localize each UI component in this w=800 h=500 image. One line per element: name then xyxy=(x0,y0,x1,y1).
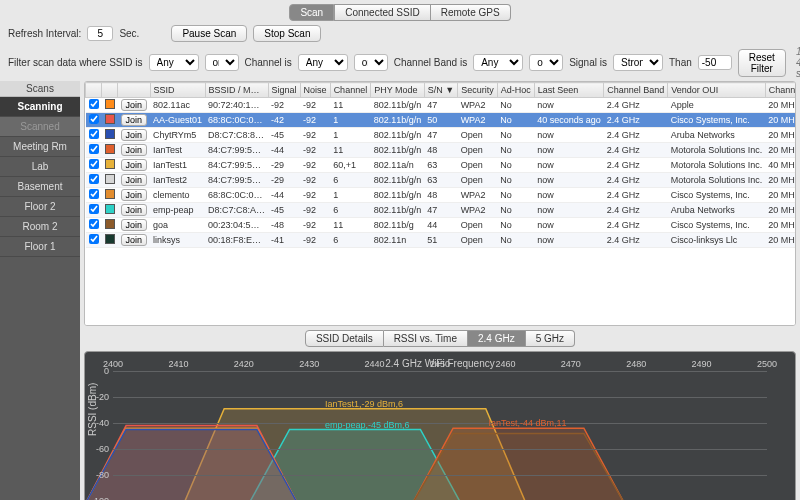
join-button[interactable]: Join xyxy=(121,174,148,186)
series-label: IanTest1,-29 dBm,6 xyxy=(325,399,403,409)
column-header[interactable]: Vendor OUI xyxy=(668,83,766,98)
network-row[interactable]: JoinAA-Guest0168:8C:0C:0…-42-921802.11b/… xyxy=(86,113,797,128)
freq-tick-label: 2490 xyxy=(692,359,712,369)
freq-tick-label: 2460 xyxy=(495,359,515,369)
sidebar-item-lab[interactable]: Lab xyxy=(0,157,80,177)
join-button[interactable]: Join xyxy=(121,204,148,216)
filter-threshold-input[interactable] xyxy=(698,55,732,70)
chart-tab-5-ghz[interactable]: 5 GHz xyxy=(526,330,575,347)
filter-prefix-label: Filter scan data where SSID is xyxy=(8,57,143,68)
filter-ssid-select[interactable]: Any xyxy=(149,54,199,71)
filter-signal-select[interactable]: Stronger xyxy=(613,54,663,71)
column-header[interactable]: Ad-Hoc xyxy=(497,83,534,98)
sidebar-item-room-2[interactable]: Room 2 xyxy=(0,217,80,237)
network-row[interactable]: Joinlinksys00:18:F8:E…-41-926802.11n51Op… xyxy=(86,233,797,248)
network-row[interactable]: Joingoa00:23:04:5…-48-9211802.11b/g44Ope… xyxy=(86,218,797,233)
row-checkbox[interactable] xyxy=(89,234,99,244)
row-checkbox[interactable] xyxy=(89,174,99,184)
sidebar: Scans ScanningScannedMeeting RmLabBaseme… xyxy=(0,81,80,500)
y-tick-label: -40 xyxy=(96,418,109,428)
filter-op3-select[interactable]: or xyxy=(529,54,563,71)
column-header[interactable]: Channel Width xyxy=(765,83,796,98)
row-checkbox[interactable] xyxy=(89,219,99,229)
network-row[interactable]: Joinclemento68:8C:0C:0…-44-921802.11b/g/… xyxy=(86,188,797,203)
color-swatch xyxy=(105,114,115,124)
column-header[interactable] xyxy=(102,83,118,98)
freq-tick-label: 2500 xyxy=(757,359,777,369)
column-header[interactable]: Last Seen xyxy=(534,83,604,98)
join-button[interactable]: Join xyxy=(121,234,148,246)
row-checkbox[interactable] xyxy=(89,114,99,124)
network-row[interactable]: Joinemp-peapD8:C7:C8:A…-45-926802.11b/g/… xyxy=(86,203,797,218)
color-swatch xyxy=(105,234,115,244)
filter-op2-select[interactable]: or xyxy=(354,54,388,71)
network-row[interactable]: JoinIanTest284:C7:99:5…-29-926802.11b/g/… xyxy=(86,173,797,188)
toolbar-scan-controls: Refresh Interval: Sec. Pause Scan Stop S… xyxy=(0,23,800,44)
row-checkbox[interactable] xyxy=(89,204,99,214)
network-row[interactable]: JoinIanTest84:C7:99:5…-44-9211802.11b/g/… xyxy=(86,143,797,158)
column-header[interactable]: PHY Mode xyxy=(371,83,425,98)
sidebar-item-floor-2[interactable]: Floor 2 xyxy=(0,197,80,217)
join-button[interactable]: Join xyxy=(121,159,148,171)
join-button[interactable]: Join xyxy=(121,219,148,231)
row-checkbox[interactable] xyxy=(89,159,99,169)
network-row[interactable]: JoinIanTest184:C7:99:5…-29-9260,+1802.11… xyxy=(86,158,797,173)
top-tab-connected-ssid[interactable]: Connected SSID xyxy=(334,4,431,21)
pause-scan-button[interactable]: Pause Scan xyxy=(171,25,247,42)
sidebar-item-scanned[interactable]: Scanned xyxy=(0,117,80,137)
sidebar-item-floor-1[interactable]: Floor 1 xyxy=(0,237,80,257)
stop-scan-button[interactable]: Stop Scan xyxy=(253,25,321,42)
sidebar-item-scanning[interactable]: Scanning xyxy=(0,97,80,117)
join-button[interactable]: Join xyxy=(121,129,148,141)
reset-filter-button[interactable]: Reset Filter xyxy=(738,49,786,77)
join-button[interactable]: Join xyxy=(121,144,148,156)
color-swatch xyxy=(105,174,115,184)
top-tab-remote-gps[interactable]: Remote GPS xyxy=(431,4,511,21)
column-header[interactable]: Channel Band xyxy=(604,83,668,98)
seconds-label: Sec. xyxy=(119,28,139,39)
column-header[interactable]: Signal xyxy=(268,83,300,98)
sidebar-item-meeting-rm[interactable]: Meeting Rm xyxy=(0,137,80,157)
network-row[interactable]: JoinChytRYm5D8:C7:C8:8…-45-921802.11b/g/… xyxy=(86,128,797,143)
freq-tick-label: 2400 xyxy=(103,359,123,369)
column-header[interactable]: Security xyxy=(458,83,498,98)
filter-band-select[interactable]: Any xyxy=(473,54,523,71)
freq-tick-label: 2470 xyxy=(561,359,581,369)
refresh-interval-input[interactable] xyxy=(87,26,113,41)
column-header[interactable]: S/N ▼ xyxy=(424,83,457,98)
sidebar-item-basement[interactable]: Basement xyxy=(0,177,80,197)
row-checkbox[interactable] xyxy=(89,129,99,139)
row-checkbox[interactable] xyxy=(89,99,99,109)
series-label: IanTest,-44 dBm,11 xyxy=(488,418,566,428)
column-header[interactable]: Noise xyxy=(300,83,330,98)
top-tab-scan[interactable]: Scan xyxy=(289,4,334,21)
column-header[interactable]: SSID xyxy=(150,83,205,98)
chart-tab-ssid-details[interactable]: SSID Details xyxy=(305,330,384,347)
network-row[interactable]: Join802.11ac90:72:40:1…-92-9211802.11b/g… xyxy=(86,98,797,113)
network-table: SSIDBSSID / M…SignalNoiseChannelPHY Mode… xyxy=(84,81,796,326)
row-checkbox[interactable] xyxy=(89,189,99,199)
color-swatch xyxy=(105,159,115,169)
chart-tabs: SSID DetailsRSSI vs. Time2.4 GHz5 GHz xyxy=(84,330,796,347)
filter-op1-select[interactable]: or xyxy=(205,54,239,71)
column-header[interactable] xyxy=(118,83,151,98)
toolbar-filter: Filter scan data where SSID is Any or Ch… xyxy=(0,44,800,81)
freq-tick-label: 2480 xyxy=(626,359,646,369)
color-swatch xyxy=(105,99,115,109)
join-button[interactable]: Join xyxy=(121,114,148,126)
sidebar-header: Scans xyxy=(0,81,80,97)
row-checkbox[interactable] xyxy=(89,144,99,154)
column-header[interactable]: BSSID / M… xyxy=(205,83,268,98)
join-button[interactable]: Join xyxy=(121,99,148,111)
filter-channel-select[interactable]: Any xyxy=(298,54,348,71)
freq-tick-label: 2410 xyxy=(168,359,188,369)
filter-count-label: 10 of 45 shown xyxy=(796,46,800,79)
chart-tab-rssi-vs-time[interactable]: RSSI vs. Time xyxy=(384,330,468,347)
join-button[interactable]: Join xyxy=(121,189,148,201)
color-swatch xyxy=(105,219,115,229)
column-header[interactable]: Channel xyxy=(330,83,371,98)
y-tick-label: -20 xyxy=(96,392,109,402)
column-header[interactable] xyxy=(86,83,102,98)
chart-tab-2-4-ghz[interactable]: 2.4 GHz xyxy=(468,330,526,347)
color-swatch xyxy=(105,129,115,139)
